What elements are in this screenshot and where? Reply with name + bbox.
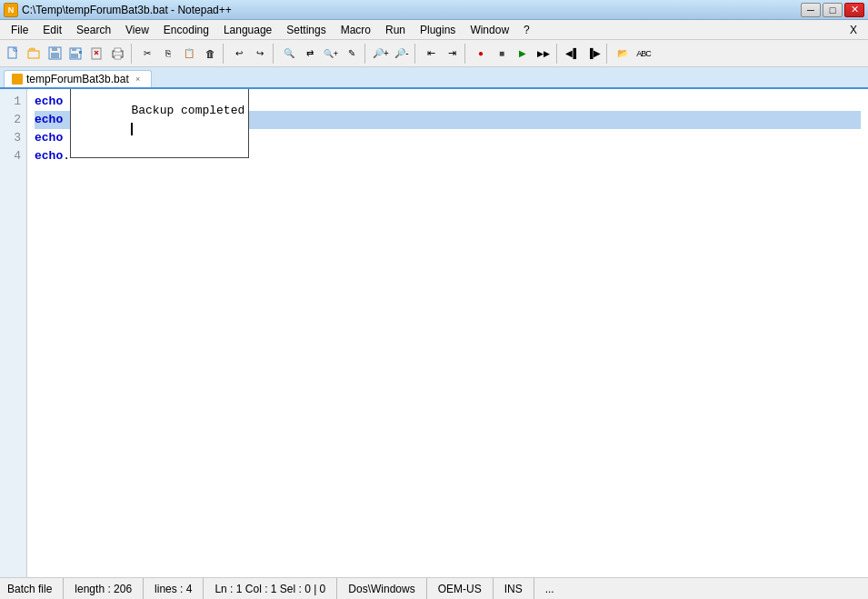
- tab-file-icon: [12, 74, 23, 85]
- find-replace-button[interactable]: ⇄: [300, 44, 320, 64]
- toolbar-sep-7: [556, 44, 560, 64]
- app-icon: N: [4, 3, 18, 17]
- indent-right-button[interactable]: ⇥: [442, 44, 462, 64]
- status-mode: INS: [494, 578, 534, 599]
- autocomplete-spacer: [63, 111, 70, 129]
- maximize-button[interactable]: □: [823, 3, 843, 17]
- menu-settings[interactable]: Settings: [279, 22, 333, 38]
- zoom-in-button[interactable]: 🔎+: [371, 44, 391, 64]
- tab-filename: tempForumBat3b.bat: [26, 73, 129, 85]
- menu-file[interactable]: File: [4, 22, 35, 38]
- status-length: length : 206: [64, 578, 144, 599]
- find-files-button[interactable]: 🔍+: [321, 44, 341, 64]
- tab-tempforumbat3b[interactable]: tempForumBat3b.bat ×: [4, 70, 152, 87]
- paste-button[interactable]: 📋: [179, 44, 199, 64]
- editor-container[interactable]: 1 2 3 4 echo echo Backup completed echo …: [0, 89, 868, 577]
- line-num-2: 2: [0, 111, 26, 129]
- keyword-echo-4: echo: [35, 147, 63, 165]
- toolbar-sep-4: [364, 44, 368, 64]
- find-button[interactable]: 🔍: [279, 44, 299, 64]
- svg-rect-2: [28, 51, 39, 58]
- undo-button[interactable]: ↩: [229, 44, 249, 64]
- menu-search[interactable]: Search: [69, 22, 118, 38]
- menu-help[interactable]: ?: [516, 22, 537, 38]
- svg-rect-8: [71, 54, 78, 58]
- line-num-1: 1: [0, 93, 26, 111]
- close-button[interactable]: ✕: [844, 3, 864, 17]
- svg-rect-15: [115, 55, 121, 59]
- window-controls: ─ □ ✕: [801, 3, 864, 17]
- macro-next-button[interactable]: ▐▶: [584, 44, 604, 64]
- abc-button[interactable]: ABC: [634, 44, 653, 64]
- status-bar: Batch file length : 206 lines : 4 Ln : 1…: [0, 577, 868, 599]
- status-encoding: OEM-US: [427, 578, 494, 599]
- autocomplete-text: Backup completed: [131, 104, 244, 117]
- code-line-2: echo Backup completed: [35, 111, 861, 129]
- status-position: Ln : 1 Col : 1 Sel : 0 | 0: [204, 578, 337, 599]
- svg-rect-9: [79, 51, 82, 54]
- status-extra: ...: [534, 578, 565, 599]
- cursor-blink: [131, 123, 133, 135]
- new-button[interactable]: [4, 44, 24, 64]
- line-num-4: 4: [0, 147, 26, 165]
- toolbar-sep-2: [223, 44, 226, 64]
- indent-left-button[interactable]: ⇤: [421, 44, 441, 64]
- open-button[interactable]: [25, 44, 45, 64]
- macro-play-button[interactable]: ▶: [513, 44, 533, 64]
- cut-button[interactable]: ✂: [137, 44, 157, 64]
- menu-encoding[interactable]: Encoding: [156, 22, 216, 38]
- tab-bar: tempForumBat3b.bat ×: [0, 67, 868, 89]
- editor-text-area[interactable]: echo echo Backup completed echo echo.: [27, 89, 868, 577]
- svg-rect-4: [52, 47, 57, 51]
- menu-language[interactable]: Language: [216, 22, 279, 38]
- open-filepath-button[interactable]: 📂: [613, 44, 633, 64]
- keyword-echo-3: echo: [35, 129, 63, 147]
- window-title: C:\Temp\tempForumBat3b.bat - Notepad++: [22, 4, 232, 16]
- echo-dot: .: [63, 147, 70, 165]
- svg-rect-5: [51, 53, 59, 58]
- line-numbers: 1 2 3 4: [0, 89, 27, 577]
- menu-window[interactable]: Window: [463, 22, 516, 38]
- toolbar: ✂ ⎘ 📋 🗑 ↩ ↪ 🔍 ⇄ 🔍+ ✎ 🔎+ 🔎- ⇤ ⇥ ● ■ ▶ ▶▶ …: [0, 40, 868, 67]
- status-lines: lines : 4: [144, 578, 204, 599]
- tab-close-button[interactable]: ×: [133, 74, 144, 85]
- menu-plugins[interactable]: Plugins: [413, 22, 463, 38]
- toolbar-sep-8: [606, 44, 610, 64]
- line-num-3: 3: [0, 129, 26, 147]
- menu-macro[interactable]: Macro: [334, 22, 378, 38]
- title-bar-left: N C:\Temp\tempForumBat3b.bat - Notepad++: [4, 3, 232, 17]
- minimize-button[interactable]: ─: [801, 3, 821, 17]
- menu-run[interactable]: Run: [378, 22, 413, 38]
- redo-button[interactable]: ↪: [250, 44, 270, 64]
- delete-button[interactable]: 🗑: [200, 44, 220, 64]
- macro-rec-button[interactable]: ●: [471, 44, 491, 64]
- macro-run-all-button[interactable]: ▶▶: [534, 44, 554, 64]
- mark-button[interactable]: ✎: [342, 44, 362, 64]
- keyword-echo-1: echo: [35, 93, 63, 111]
- toolbar-sep-6: [464, 44, 468, 64]
- svg-rect-7: [72, 48, 76, 51]
- zoom-out-button[interactable]: 🔎-: [392, 44, 412, 64]
- autocomplete-box: Backup completed: [70, 89, 249, 158]
- print-button[interactable]: [108, 44, 128, 64]
- status-filetype: Batch file: [7, 578, 64, 599]
- title-bar: N C:\Temp\tempForumBat3b.bat - Notepad++…: [0, 0, 868, 20]
- save-all-button[interactable]: [66, 44, 86, 64]
- copy-button[interactable]: ⎘: [158, 44, 178, 64]
- keyword-echo-2: echo: [35, 111, 63, 129]
- close-doc-button[interactable]: [87, 44, 107, 64]
- save-button[interactable]: [45, 44, 65, 64]
- menu-x[interactable]: X: [843, 22, 864, 38]
- toolbar-sep-3: [273, 44, 276, 64]
- menu-bar: File Edit Search View Encoding Language …: [0, 20, 868, 40]
- macro-stop-button[interactable]: ■: [492, 44, 512, 64]
- svg-rect-14: [115, 48, 121, 52]
- status-eol: Dos\Windows: [337, 578, 426, 599]
- toolbar-sep-1: [131, 44, 135, 64]
- toolbar-sep-5: [414, 44, 418, 64]
- macro-prev-button[interactable]: ◀▌: [563, 44, 583, 64]
- menu-edit[interactable]: Edit: [35, 22, 69, 38]
- menu-view[interactable]: View: [118, 22, 156, 38]
